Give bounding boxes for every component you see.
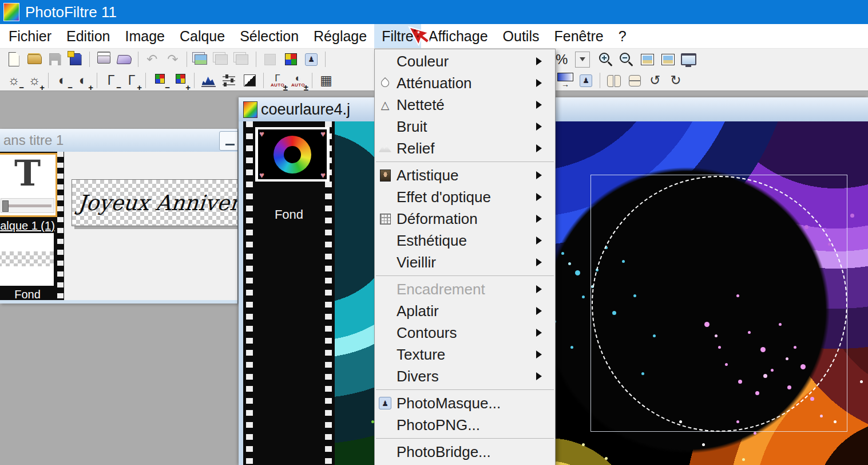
negative-icon[interactable] [241, 72, 258, 89]
filtre-menu-item-couleur[interactable]: Couleur [375, 50, 555, 72]
submenu-arrow-icon [536, 171, 548, 179]
filtre-menu-item-esth-tique[interactable]: Esthétique [375, 230, 555, 251]
filtre-menu-item-photomasque[interactable]: PhotoMasque... [375, 392, 555, 414]
filmstrip-sprockets-left [246, 121, 253, 465]
brightness-plus-icon[interactable]: ☼+ [26, 72, 43, 89]
menubar-item-affichage[interactable]: Affichage [421, 24, 496, 48]
gamma-minus-icon[interactable]: Γ− [102, 72, 120, 89]
contrast-plus-icon[interactable]: ◐+ [74, 72, 92, 89]
fond-caption[interactable]: Fond [243, 207, 335, 222]
toolbar-view-icons [596, 51, 699, 68]
rotate-left-icon[interactable]: ↺ [647, 72, 664, 89]
text-banner-image[interactable]: Joyeux Anniversaire J [72, 179, 237, 226]
menubar-item-s-lection[interactable]: Sélection [232, 24, 306, 48]
background-caption[interactable]: Fond [0, 288, 55, 300]
background-pattern-icon [261, 51, 279, 68]
zoom-level-dropdown[interactable] [575, 52, 590, 68]
layer-opacity-slider[interactable] [1, 198, 54, 213]
full-size-icon[interactable] [659, 51, 676, 68]
menubar-item-item[interactable]: ? [611, 24, 634, 48]
save-as-icon[interactable] [67, 51, 84, 68]
histogram-icon[interactable] [200, 72, 217, 89]
filtre-menu-item-texture[interactable]: Texture [375, 344, 555, 365]
new-file-icon[interactable] [5, 51, 22, 68]
filtre-menu-item-vieillir[interactable]: Vieillir [375, 251, 555, 273]
slider-handle[interactable] [2, 200, 9, 212]
zoom-out-icon[interactable] [618, 51, 635, 68]
menubar-item-image[interactable]: Image [117, 24, 172, 48]
full-screen-icon[interactable] [680, 51, 697, 68]
filtre-menu-item-artistique[interactable]: Artistique [375, 164, 555, 186]
toolbar-separator [187, 52, 187, 67]
filtre-menu-item-effet-d-optique[interactable]: Effet d'optique [375, 186, 555, 208]
filtre-menu-item-nettet[interactable]: Netteté [375, 94, 555, 116]
print-icon[interactable] [95, 51, 112, 68]
undo-icon: ↶ [144, 51, 161, 68]
submenu-arrow-icon [536, 258, 548, 266]
auto-gamma-icon[interactable]: ΓAUTO± [269, 72, 286, 89]
menubar-item-edition[interactable]: Edition [59, 24, 117, 48]
submenu-arrow-icon [536, 329, 548, 337]
filtre-menu-item-contours[interactable]: Contours [375, 322, 555, 344]
menu-item-label: Déformation [397, 210, 536, 228]
menu-item-label: Vieillir [397, 254, 536, 271]
menu-item-label: PhotoMasque... [397, 395, 555, 412]
filtre-menu-item-d-formation[interactable]: Déformation [375, 208, 555, 230]
toolbar-separator [312, 73, 312, 88]
app-titlebar[interactable]: PhotoFiltre 11 [0, 0, 868, 24]
menubar-item-outils[interactable]: Outils [496, 24, 547, 48]
menubar-item-filtre[interactable]: Filtre [374, 24, 421, 48]
menu-item-label: Relief [397, 140, 536, 157]
scan-icon[interactable] [116, 51, 133, 68]
levels-icon[interactable] [220, 72, 237, 89]
transparency-band [0, 251, 54, 266]
layer-caption[interactable]: alque 1 (1) [0, 219, 55, 232]
flip-horizontal-icon[interactable] [605, 72, 623, 89]
paste-as-image-icon [213, 51, 230, 68]
toolbar-separator [138, 52, 138, 67]
gamma-plus-icon[interactable]: Γ+ [123, 72, 140, 89]
menubar-item-calque[interactable]: Calque [172, 24, 232, 48]
menu-item-label: Divers [397, 368, 536, 385]
app-title: PhotoFiltre 11 [25, 3, 117, 21]
acquire-image-icon[interactable] [192, 51, 209, 68]
coeurlaure-filmstrip: Fond [243, 121, 335, 465]
filtre-menu-item-bruit[interactable]: Bruit [375, 116, 555, 137]
menubar-item-r-glage[interactable]: Réglage [306, 24, 374, 48]
filtre-menu-item-relief[interactable]: Relief [375, 137, 555, 159]
filtre-menu-item-att-nuation[interactable]: Atténuation [375, 72, 555, 94]
rotate-right-icon[interactable]: ↻ [667, 72, 684, 89]
submenu-arrow-icon [536, 372, 548, 380]
text-layer-glyph: T [14, 155, 41, 192]
open-file-icon[interactable] [26, 51, 43, 68]
linear-gradient-icon[interactable] [557, 72, 574, 89]
color-palette-icon[interactable] [282, 51, 299, 68]
sans-titre-titlebar[interactable]: ans titre 1 [0, 129, 237, 152]
photomasque-icon[interactable] [577, 72, 594, 89]
filtre-menu-item-divers[interactable]: Divers [375, 365, 555, 387]
zoom-in-icon[interactable] [597, 51, 615, 68]
menubar-item-fen-tre[interactable]: Fenêtre [546, 24, 611, 48]
sans-titre-canvas[interactable]: Joyeux Anniversaire J [64, 152, 237, 300]
filtre-menu-item-encadrement[interactable]: Encadrement [375, 278, 555, 300]
brightness-minus-icon[interactable]: ☼− [5, 72, 22, 89]
toolbar-separator [600, 73, 600, 88]
filtre-menu-item-photobridge[interactable]: PhotoBridge... [375, 441, 555, 463]
saturation-plus-icon[interactable]: + [172, 72, 189, 89]
flip-vertical-icon[interactable] [626, 72, 643, 89]
chevron-down-icon [580, 57, 585, 61]
auto-contrast-icon[interactable]: ◐AUTO± [290, 72, 307, 89]
fit-image-icon[interactable] [639, 51, 656, 68]
background-layer-thumbnail[interactable] [0, 233, 54, 286]
photomasque-icon[interactable] [303, 51, 320, 68]
contrast-minus-icon[interactable]: ◐− [54, 72, 71, 89]
sans-titre-body: T alque 1 (1) Fond Joyeux Anniversaire J [0, 152, 237, 300]
filtre-menu-item-photopng[interactable]: PhotoPNG... [375, 414, 555, 436]
saturation-minus-icon[interactable]: − [151, 72, 168, 89]
filtre-menu-item-aplatir[interactable]: Aplatir [375, 300, 555, 322]
text-layer-thumbnail[interactable]: T [0, 153, 57, 217]
minimize-button[interactable] [219, 131, 237, 151]
mosaic-grid-icon[interactable]: ▦ [318, 72, 335, 89]
fond-layer-thumbnail[interactable] [255, 127, 330, 182]
menubar-item-fichier[interactable]: Fichier [1, 24, 59, 48]
